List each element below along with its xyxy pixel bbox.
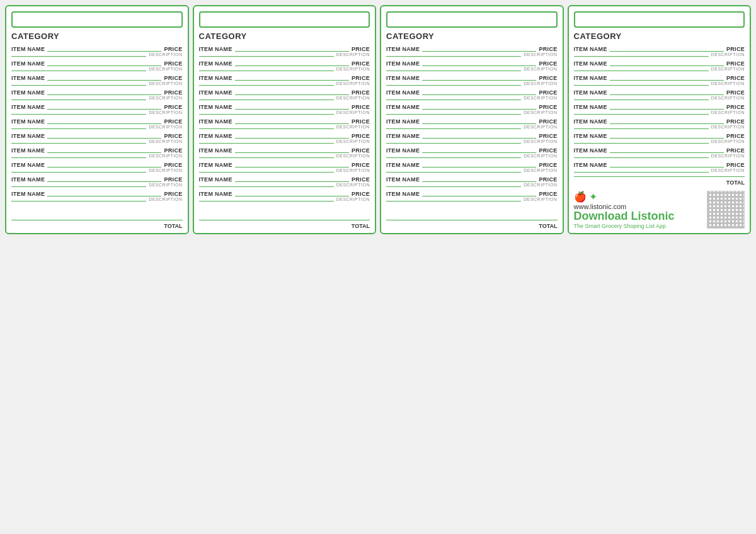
desc-label: DESCRIPTION: [524, 96, 557, 100]
item-row: ITEM NAMEPRICE: [11, 60, 183, 67]
item-name-line: [235, 181, 349, 182]
search-box[interactable]: [11, 11, 183, 28]
item-price: PRICE: [539, 75, 557, 81]
item-name: ITEM NAME: [11, 147, 45, 154]
item-row: ITEM NAMEPRICE: [574, 162, 745, 168]
item-block: ITEM NAMEPRICEDESCRIPTION: [574, 75, 745, 88]
desc-line: [386, 114, 521, 115]
desc-label: DESCRIPTION: [149, 139, 182, 144]
item-name-line: [610, 123, 724, 124]
item-row: ITEM NAMEPRICE: [199, 89, 370, 96]
item-block: ITEM NAMEPRICEDESCRIPTION: [11, 162, 183, 175]
desc-label: DESCRIPTION: [336, 197, 370, 202]
desc-row: DESCRIPTION: [199, 67, 370, 71]
desc-row: DESCRIPTION: [574, 139, 745, 144]
item-name: ITEM NAME: [11, 104, 45, 110]
desc-label: DESCRIPTION: [336, 183, 370, 187]
item-name: ITEM NAME: [386, 118, 420, 125]
item-name-line: [422, 65, 536, 66]
total-label: TOTAL: [726, 179, 745, 186]
desc-row: DESCRIPTION: [386, 110, 558, 115]
item-name: ITEM NAME: [386, 191, 420, 197]
item-block: ITEM NAMEPRICEDESCRIPTION: [199, 176, 370, 190]
desc-row: DESCRIPTION: [386, 154, 558, 158]
item-price: PRICE: [164, 60, 182, 67]
category-label: CATEGORY: [386, 31, 558, 41]
item-price: PRICE: [164, 75, 182, 81]
item-name-line: [47, 80, 161, 81]
item-name: ITEM NAME: [386, 176, 420, 183]
desc-line: [386, 157, 521, 158]
desc-line: [11, 114, 146, 115]
footer-text-block: 🍎 ✦www.listonic.comDownload ListonicThe …: [574, 191, 704, 229]
item-name: ITEM NAME: [11, 46, 45, 52]
desc-row: DESCRIPTION: [199, 197, 370, 202]
search-box[interactable]: [574, 11, 745, 28]
item-name-line: [47, 51, 161, 52]
footer-app-name: Download Listonic: [574, 210, 704, 223]
item-name: ITEM NAME: [199, 89, 232, 96]
desc-label: DESCRIPTION: [336, 139, 370, 144]
item-name: ITEM NAME: [11, 89, 45, 96]
item-row: ITEM NAMEPRICE: [199, 118, 370, 125]
desc-line: [199, 71, 334, 71]
item-block: ITEM NAMEPRICEDESCRIPTION: [11, 147, 183, 161]
desc-label: DESCRIPTION: [149, 168, 182, 173]
category-label: CATEGORY: [199, 31, 370, 41]
desc-line: [11, 157, 146, 158]
item-name-line: [47, 181, 161, 182]
desc-label: DESCRIPTION: [336, 168, 370, 173]
item-row: ITEM NAMEPRICE: [11, 176, 183, 183]
item-name-line: [235, 51, 349, 52]
item-name: ITEM NAME: [386, 147, 420, 154]
category-label: CATEGORY: [11, 31, 183, 41]
desc-line: [574, 71, 709, 71]
item-name-line: [422, 152, 536, 153]
desc-line: [199, 172, 334, 173]
column-2: CATEGORYITEM NAMEPRICEDESCRIPTIONITEM NA…: [193, 5, 377, 234]
total-label: TOTAL: [539, 223, 557, 229]
item-block: ITEM NAMEPRICEDESCRIPTION: [199, 89, 370, 103]
item-row: ITEM NAMEPRICE: [386, 89, 558, 96]
item-block: ITEM NAMEPRICEDESCRIPTION: [11, 104, 183, 117]
search-box[interactable]: [199, 11, 370, 28]
item-row: ITEM NAMEPRICE: [199, 147, 370, 154]
item-name-line: [47, 167, 161, 168]
item-name-line: [422, 138, 536, 139]
desc-label: DESCRIPTION: [711, 67, 745, 71]
desc-label: DESCRIPTION: [149, 183, 182, 187]
desc-row: DESCRIPTION: [11, 197, 183, 202]
item-block: ITEM NAMEPRICEDESCRIPTION: [386, 162, 558, 175]
desc-line: [386, 172, 521, 173]
item-price: PRICE: [352, 133, 370, 139]
desc-line: [574, 157, 709, 158]
desc-row: DESCRIPTION: [386, 197, 558, 202]
desc-row: DESCRIPTION: [386, 183, 558, 187]
desc-label: DESCRIPTION: [711, 125, 745, 129]
item-block: ITEM NAMEPRICEDESCRIPTION: [386, 60, 558, 74]
item-name: ITEM NAME: [11, 75, 45, 81]
desc-row: DESCRIPTION: [199, 110, 370, 115]
category-label: CATEGORY: [574, 31, 745, 41]
item-row: ITEM NAMEPRICE: [386, 118, 558, 125]
desc-line: [11, 186, 146, 187]
item-price: PRICE: [352, 118, 370, 125]
item-price: PRICE: [539, 162, 557, 168]
desc-line: [386, 201, 521, 202]
item-row: ITEM NAMEPRICE: [11, 162, 183, 168]
item-name-line: [47, 109, 161, 110]
desc-line: [386, 128, 521, 129]
item-name-line: [422, 196, 536, 196]
item-row: ITEM NAMEPRICE: [11, 147, 183, 154]
item-name: ITEM NAME: [11, 60, 45, 67]
item-name: ITEM NAME: [199, 60, 232, 67]
desc-row: DESCRIPTION: [574, 67, 745, 71]
item-name: ITEM NAME: [574, 118, 607, 125]
item-row: ITEM NAMEPRICE: [574, 60, 745, 67]
item-price: PRICE: [539, 118, 557, 125]
desc-row: DESCRIPTION: [199, 52, 370, 57]
desc-label: DESCRIPTION: [336, 96, 370, 100]
item-block: ITEM NAMEPRICEDESCRIPTION: [199, 133, 370, 146]
search-box[interactable]: [386, 11, 558, 28]
desc-label: DESCRIPTION: [711, 96, 745, 100]
